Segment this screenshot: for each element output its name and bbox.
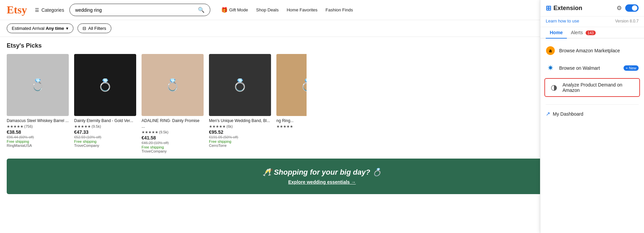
gift-icon: 🎁 (221, 7, 228, 13)
browse-amazon-label: Browse Amazon Marketplace (559, 48, 639, 53)
gear-icon[interactable]: ⚙ (616, 4, 622, 12)
product-card[interactable]: 💍ng Ring...★★★★★ (276, 54, 307, 153)
banner-link[interactable]: Explore wedding essentials → (13, 179, 631, 185)
extension-header-right: ⚙ (616, 4, 639, 12)
chart-pie-icon: ◑ (549, 83, 558, 92)
product-original-price: €191.05 (50% off) (209, 135, 271, 139)
extension-panel: ⊞ Extension ⚙ Learn how to use Version 8… (540, 0, 644, 233)
analyze-amazon-label: Analyze Product Demand on Amazon (562, 82, 635, 93)
extension-grid-icon: ⊞ (546, 4, 551, 12)
product-image: 💍 (7, 54, 69, 116)
search-bar[interactable]: 🔍 (69, 4, 210, 16)
extension-title: ⊞ Extension (546, 4, 582, 12)
product-image: 💍 (276, 54, 307, 116)
product-image: 💍 (142, 54, 204, 116)
product-image: 💍 (209, 54, 271, 116)
product-card[interactable]: 💍ADALINE RING· Dainty Promise ...★★★★★(9… (142, 54, 204, 153)
product-shop: TroveCompany (74, 143, 136, 148)
banner-title: 🥂 Shopping for your big day? 💍 (13, 168, 631, 177)
tab-alerts[interactable]: Alerts 143 (567, 27, 600, 38)
search-button[interactable]: 🔍 (198, 7, 205, 13)
product-shipping: Free shipping (209, 139, 271, 143)
version-label: Version 8.0.7 (615, 19, 639, 23)
product-stars: ★★★★★(9.5k) (74, 124, 136, 129)
filter-icon: ⊟ (83, 26, 86, 31)
product-shipping: Free shipping (142, 145, 204, 149)
product-card[interactable]: 💍Damascus Steel Whiskey Barrel ...★★★★★(… (7, 54, 69, 153)
product-original-price: €96.44 (60% off) (7, 135, 69, 139)
hamburger-icon: ☰ (35, 7, 39, 13)
menu-item-analyze-amazon[interactable]: ◑ Analyze Product Demand on Amazon (544, 78, 640, 97)
estimated-arrival-filter[interactable]: Estimated Arrival Any time ▾ (7, 23, 73, 33)
all-filters-button[interactable]: ⊟ All Filters (77, 23, 111, 33)
product-title: Damascus Steel Whiskey Barrel ... (7, 118, 69, 124)
product-stars: ★★★★★(756) (7, 124, 69, 129)
product-price: €38.58 (7, 129, 69, 135)
extension-toggle[interactable] (625, 4, 639, 12)
divider (546, 104, 639, 105)
product-price: €47.33 (74, 129, 136, 135)
product-shop: CerroTorre (209, 143, 271, 148)
tab-home[interactable]: Home (546, 27, 567, 39)
nav-link-shop-deals[interactable]: Shop Deals (256, 7, 279, 12)
product-title: ADALINE RING· Dainty Promise ... (142, 118, 204, 129)
categories-button[interactable]: ☰ Categories (35, 7, 64, 13)
product-price: €41.58 (142, 135, 204, 140)
product-image: 💍 (74, 54, 136, 116)
product-title: ng Ring... (276, 118, 307, 124)
walmart-icon: ✷ (546, 63, 555, 73)
nav-link-gift-mode[interactable]: 🎁 Gift Mode (221, 7, 248, 13)
my-dashboard-link[interactable]: ↗ My Dashboard (540, 107, 644, 120)
amazon-icon: a (546, 46, 555, 55)
product-title: Dainty Eternity Band - Gold Ver... (74, 118, 136, 124)
product-shop: TroveCompany (142, 149, 204, 153)
product-title: Men's Unique Wedding Band, Bl... (209, 118, 271, 124)
product-original-price: €52.59 (10% off) (74, 135, 136, 139)
ext-menu: a Browse Amazon Marketplace ✷ Browse on … (540, 39, 644, 102)
extension-header: ⊞ Extension ⚙ (540, 0, 644, 16)
ext-tabs: Home Alerts 143 (540, 27, 644, 39)
product-price: €95.52 (209, 129, 271, 135)
nav-link-home-favorites[interactable]: Home Favorites (287, 7, 318, 12)
menu-item-browse-amazon[interactable]: a Browse Amazon Marketplace (540, 42, 644, 59)
product-stars: ★★★★★(9.5k) (142, 130, 204, 134)
dashboard-icon: ↗ (546, 111, 550, 117)
product-shop: RingManiaUSA (7, 143, 69, 148)
product-shipping: Free shipping (7, 139, 69, 143)
browse-walmart-label: Browse on Walmart (559, 65, 620, 71)
nav-links: 🎁 Gift Mode Shop Deals Home Favorites Fa… (221, 7, 353, 13)
product-stars: ★★★★★ (276, 124, 307, 129)
learn-how-link[interactable]: Learn how to use (546, 18, 579, 23)
product-shipping: Free shipping (74, 139, 136, 143)
menu-item-browse-walmart[interactable]: ✷ Browse on Walmart + New (540, 59, 644, 77)
product-original-price: €46.20 (10% off) (142, 141, 204, 145)
alerts-badge: 143 (586, 31, 596, 35)
chevron-down-icon: ▾ (66, 26, 68, 31)
product-card[interactable]: 💍Men's Unique Wedding Band, Bl...★★★★★(6… (209, 54, 271, 153)
new-badge: + New (624, 65, 639, 71)
etsy-logo[interactable]: Etsy (7, 4, 27, 16)
search-input[interactable] (75, 7, 198, 13)
product-stars: ★★★★★(6k) (209, 124, 271, 129)
dashboard-label: My Dashboard (553, 111, 583, 117)
estimated-arrival-label: Estimated Arrival Any time (12, 26, 64, 31)
product-card[interactable]: 💍Dainty Eternity Band - Gold Ver...★★★★★… (74, 54, 136, 153)
nav-link-fashion-finds[interactable]: Fashion Finds (325, 7, 353, 12)
ext-learn-row: Learn how to use Version 8.0.7 (540, 16, 644, 27)
